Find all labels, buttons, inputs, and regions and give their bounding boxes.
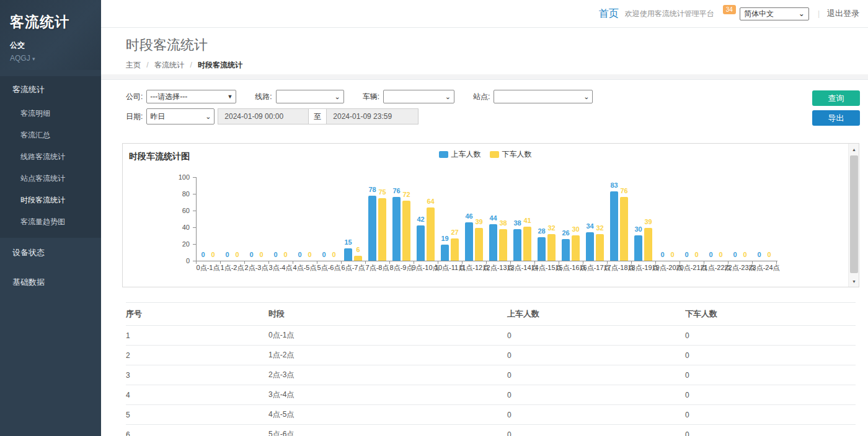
x-axis-tick-label: 23点-24点 — [747, 263, 781, 272]
line-select[interactable]: ⌄ — [276, 90, 344, 103]
chart-scrollbar: ▲ ▼ — [848, 144, 859, 287]
sidebar-item-device-status[interactable]: 设备状态 — [0, 238, 101, 268]
legend-item-boarding[interactable]: 上车人数 — [439, 149, 481, 160]
date-from-input[interactable] — [218, 108, 309, 124]
app-logo-title: 客流统计 — [10, 12, 91, 32]
y-axis-tick-label: 20 — [167, 240, 190, 248]
legend-swatch-alighting — [490, 151, 499, 158]
table-row: 32点-3点00 — [126, 365, 856, 385]
sidebar-item-passenger-stats[interactable]: 客流统计 — [0, 76, 101, 103]
table-row: 21点-2点00 — [126, 346, 856, 365]
station-select[interactable]: ⌄ — [494, 90, 593, 103]
bar-value-label: 72 — [397, 191, 416, 198]
col-header-alighting: 下车人数 — [685, 303, 856, 326]
chevron-down-icon: ⌄ — [583, 94, 589, 100]
menu-section-passenger-stats: 客流统计 客流明细 客流汇总 线路客流统计 站点客流统计 时段客流统计 客流量趋… — [0, 76, 101, 238]
notification-badge[interactable]: 34 — [723, 5, 736, 14]
chart-bar — [402, 201, 410, 261]
chart-bar — [489, 224, 497, 261]
chevron-down-icon: ⌄ — [799, 9, 805, 18]
y-axis-tick — [193, 211, 196, 211]
company-select[interactable]: ---请选择--- ▼ — [146, 90, 236, 103]
chart-bar — [368, 196, 376, 261]
sidebar-item-passenger-summary[interactable]: 客流汇总 — [0, 124, 101, 146]
cell-period: 3点-4点 — [268, 385, 507, 405]
passenger-stats-submenu: 客流明细 客流汇总 线路客流统计 站点客流统计 时段客流统计 客流量趋势图 — [0, 103, 101, 238]
sidebar: 客流统计 公交 AQGJ ▾ 客流统计 客流明细 客流汇总 线路客流统计 站点客… — [0, 0, 101, 436]
y-axis-tick — [193, 227, 196, 228]
cell-boarding: 0 — [507, 405, 685, 425]
sidebar-item-line-stats[interactable]: 线路客流统计 — [0, 146, 101, 168]
breadcrumb-home[interactable]: 主页 — [126, 61, 141, 69]
scroll-up-arrow-icon[interactable]: ▲ — [849, 144, 859, 154]
cell-period: 1点-2点 — [268, 346, 507, 365]
company-select-value: ---请选择--- — [150, 92, 187, 102]
breadcrumb: 主页 / 客流统计 / 时段客流统计 — [126, 60, 868, 71]
cell-index: 2 — [126, 346, 268, 365]
content-panel: 公司: ---请选择--- ▼ 线路: ⌄ 车辆: — [101, 79, 868, 436]
cell-period: 2点-3点 — [268, 365, 507, 385]
language-select-value: 简体中文 — [744, 9, 774, 19]
export-button[interactable]: 导出 — [812, 110, 860, 126]
date-to-input[interactable] — [326, 108, 418, 124]
sidebar-item-base-data[interactable]: 基础数据 — [0, 268, 101, 297]
chart-bar — [378, 198, 386, 261]
period-stats-table: 序号 时段 上车人数 下车人数 10点-1点0021点-2点0032点-3点00… — [126, 302, 856, 436]
chart-bar — [392, 197, 401, 261]
station-label: 站点: — [473, 92, 490, 102]
chart-bar — [562, 239, 570, 261]
cell-alighting: 0 — [685, 346, 856, 365]
query-button[interactable]: 查询 — [812, 90, 860, 106]
language-select[interactable]: 简体中文 ⌄ — [740, 7, 809, 20]
filter-row-1: 公司: ---请选择--- ▼ 线路: ⌄ 车辆: — [126, 89, 859, 105]
scrollbar-thumb[interactable] — [850, 155, 858, 273]
logout-link[interactable]: 退出登录 — [827, 8, 859, 19]
bar-value-label: 15 — [339, 238, 358, 246]
home-link[interactable]: 首页 — [599, 7, 619, 20]
sidebar-item-period-stats[interactable]: 时段客流统计 — [0, 190, 101, 211]
cell-index: 4 — [126, 385, 268, 405]
chart-bar — [610, 191, 618, 261]
y-axis-tick — [193, 194, 196, 194]
cell-boarding: 0 — [507, 385, 685, 405]
legend-label-alighting: 下车人数 — [502, 149, 532, 160]
breadcrumb-separator: / — [190, 61, 192, 69]
cell-period: 5点-6点 — [268, 425, 507, 436]
col-header-boarding: 上车人数 — [507, 303, 685, 326]
cell-boarding: 0 — [507, 425, 685, 436]
y-axis-tick-label: 60 — [167, 207, 190, 214]
page-heading: 时段客流统计 主页 / 客流统计 / 时段客流统计 — [101, 28, 868, 74]
bar-value-label: 64 — [421, 198, 440, 205]
line-label: 线路: — [255, 92, 272, 102]
topbar-divider: | — [818, 9, 820, 18]
sidebar-item-passenger-detail[interactable]: 客流明细 — [0, 103, 101, 124]
col-header-index: 序号 — [126, 303, 268, 326]
breadcrumb-passenger-stats[interactable]: 客流统计 — [154, 61, 184, 69]
table-row: 54点-5点00 — [126, 405, 856, 425]
chart-bar — [572, 235, 580, 261]
sidebar-item-station-stats[interactable]: 站点客流统计 — [0, 168, 101, 190]
scroll-down-arrow-icon[interactable]: ▼ — [849, 276, 859, 286]
chart-plot: 0204060801000点-1点001点-2点002点-3点003点-4点00… — [196, 177, 776, 261]
date-preset-select[interactable]: 昨日 ⌄ — [146, 108, 215, 124]
cell-index: 3 — [126, 365, 268, 385]
chart-bar — [634, 235, 642, 261]
org-code-label: AQGJ — [10, 54, 30, 63]
chevron-down-icon: ⌄ — [445, 94, 451, 100]
sidebar-item-trend-chart[interactable]: 客流量趋势图 — [0, 211, 101, 233]
org-code-dropdown[interactable]: AQGJ ▾ — [10, 54, 91, 63]
table-header-row: 序号 时段 上车人数 下车人数 — [126, 303, 856, 326]
vehicle-select[interactable]: ⌄ — [383, 90, 454, 103]
bar-value-label: 0 — [324, 251, 343, 258]
legend-item-alighting[interactable]: 下车人数 — [490, 149, 532, 160]
vehicle-label: 车辆: — [363, 92, 379, 102]
breadcrumb-current: 时段客流统计 — [198, 61, 242, 69]
bar-value-label: 41 — [518, 217, 537, 224]
y-axis-tick-label: 100 — [167, 173, 190, 181]
date-label: 日期: — [126, 111, 143, 122]
chart-bar — [417, 225, 425, 261]
topbar: 首页 欢迎使用客流统计管理平台 34 简体中文 ⌄ | 退出登录 — [101, 0, 868, 28]
table-row: 43点-4点00 — [126, 385, 856, 405]
chart-bar — [427, 207, 435, 261]
bar-value-label: 32 — [590, 224, 609, 232]
